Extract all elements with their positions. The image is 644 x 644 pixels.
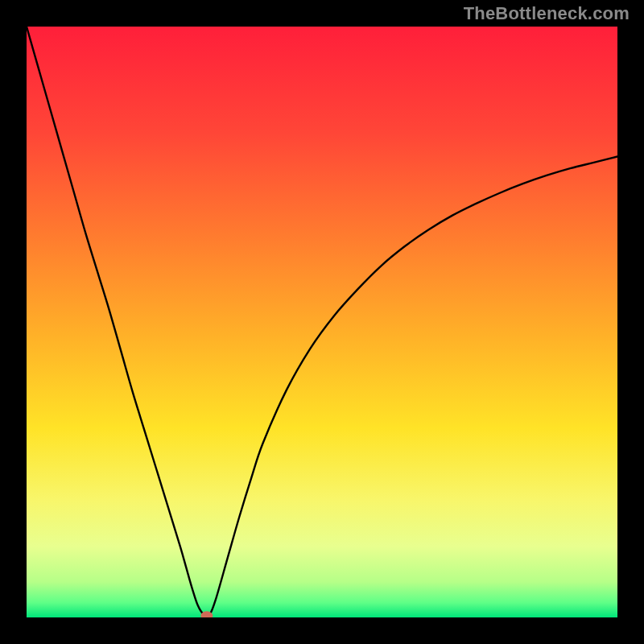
watermark-text: TheBottleneck.com	[464, 3, 630, 24]
bottleneck-curve-chart	[27, 27, 617, 617]
plot-area	[27, 27, 617, 617]
gradient-background	[27, 27, 617, 617]
chart-frame: TheBottleneck.com	[0, 0, 644, 644]
